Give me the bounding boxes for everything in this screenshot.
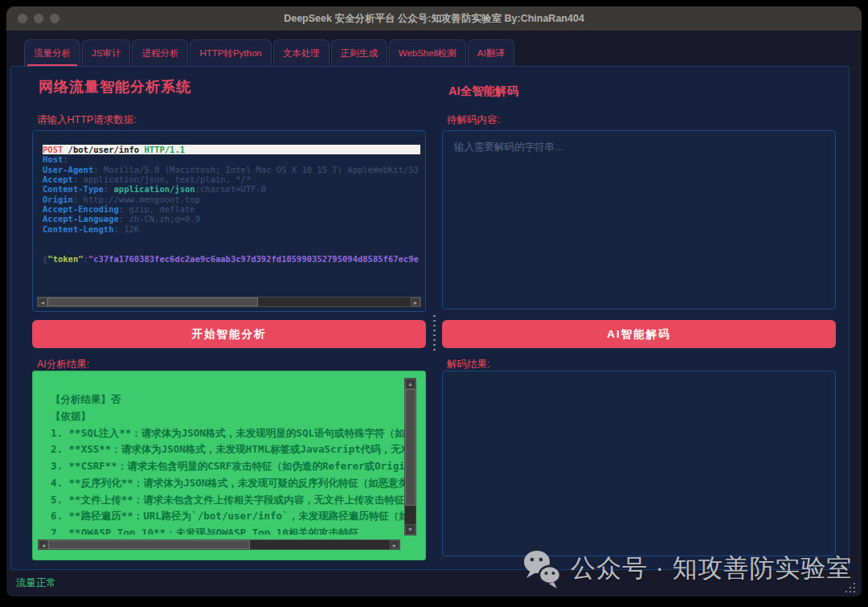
window-title: DeepSeek 安全分析平台 公众号:知攻善防实验室 By:ChinaRan4… [6, 6, 862, 31]
tab-HTTP转Python[interactable]: HTTP转Python [190, 39, 271, 66]
decode-input-box [442, 130, 836, 310]
left-panel-title: 网络流量智能分析系统 [39, 77, 191, 96]
resize-grip[interactable] [844, 581, 857, 594]
result-line: 2. **XSS**：请求体为JSON格式，未发现HTML标签或JavaScri… [51, 441, 404, 458]
right-panel-title: AI全智能解码 [448, 84, 518, 99]
scroll-up-icon[interactable]: ▲ [405, 379, 416, 389]
start-analysis-button[interactable]: 开始智能分析 [32, 320, 426, 348]
decode-result-label: 解码结果: [447, 358, 489, 371]
result-vertical-scrollbar[interactable]: ▲ ▼ [404, 378, 416, 535]
scrollbar-thumb[interactable] [405, 389, 416, 506]
decode-input[interactable] [443, 131, 835, 309]
tab-bar: 流量分析JS审计进程分析HTTP转Python文本处理正则生成WebShell检… [24, 39, 514, 66]
decode-input-label: 待解码内容: [447, 113, 500, 127]
scroll-down-icon[interactable]: ▼ [405, 524, 416, 535]
scroll-right-icon[interactable]: ► [390, 540, 399, 549]
code-line: Accept-Language: zh-CN,zh;q=0.9 [43, 214, 420, 224]
app-window: DeepSeek 安全分析平台 公众号:知攻善防实验室 By:ChinaRan4… [6, 6, 862, 597]
result-line: 7. **OWASP Top 10**：未发现与OWASP Top 10相关的攻… [51, 525, 404, 535]
scrollbar-thumb[interactable] [48, 540, 250, 549]
analysis-result-label: AI分析结果: [37, 358, 89, 371]
result-line: 3. **CSRF**：请求未包含明显的CSRF攻击特征（如伪造的Referer… [51, 458, 404, 475]
request-horizontal-scrollbar[interactable]: ◄ ► [37, 297, 421, 307]
minimize-button[interactable] [34, 14, 43, 23]
tab-文本处理[interactable]: 文本处理 [273, 39, 330, 66]
tab-正则生成[interactable]: 正则生成 [331, 39, 387, 66]
code-line: Host: [43, 154, 420, 164]
code-line: Accept: application/json, text/plain, */… [43, 174, 420, 184]
result-line: 6. **路径遍历**：URL路径为`/bot/user/info`，未发现路径… [51, 508, 404, 525]
tab-AI翻译[interactable]: AI翻译 [468, 39, 514, 66]
result-line: 1. **SQL注入**：请求体为JSON格式，未发现明显的SQL语句或特殊字符… [51, 425, 404, 442]
result-line: 5. **文件上传**：请求未包含文件上传相关字段或内容，无文件上传攻击特征。 [51, 492, 404, 509]
code-line: User-Agent: Mozilla/5.0 (Macintosh; Inte… [43, 165, 420, 174]
scrollbar-thumb[interactable] [47, 297, 258, 306]
ai-decode-button[interactable]: AI智能解码 [442, 320, 836, 348]
code-line: Content-Length: 126 [43, 224, 420, 234]
code-line: {"token":"c37fa1760383fec6dc2ae9c6aab3c9… [43, 254, 420, 264]
title-bar[interactable]: DeepSeek 安全分析平台 公众号:知攻善防实验室 By:ChinaRan4… [6, 6, 862, 31]
code-line [43, 234, 420, 244]
wechat-icon [521, 547, 563, 590]
watermark-text: 公众号 · 知攻善防实验室 [571, 552, 853, 585]
http-request-code: POST /bot/user/info HTTP/1.1Host:User-Ag… [43, 145, 420, 292]
code-line: Accept-Encoding: gzip, deflate [43, 204, 420, 214]
code-line: Origin: http://www.mengooot.top [43, 195, 420, 204]
result-line: 【分析结果】否 [51, 392, 404, 408]
tab-JS审计[interactable]: JS审计 [82, 39, 130, 66]
tab-WebShell检测[interactable]: WebShell检测 [389, 39, 466, 66]
tab-进程分析[interactable]: 进程分析 [132, 39, 188, 66]
scroll-right-icon[interactable]: ► [411, 297, 420, 306]
scroll-left-icon[interactable]: ◄ [39, 540, 48, 549]
result-line: 4. **反序列化**：请求体为JSON格式，未发现可疑的反序列化特征（如恶意类… [51, 475, 404, 492]
maximize-button[interactable] [50, 14, 59, 23]
result-line: 【依据】 [51, 408, 404, 425]
http-request-input[interactable]: POST /bot/user/info HTTP/1.1Host:User-Ag… [32, 130, 426, 312]
status-text: 流量正常 [16, 576, 56, 590]
code-line: POST /bot/user/info HTTP/1.1 [43, 145, 420, 154]
code-line: Content-Type: application/json;charset=U… [43, 184, 420, 194]
http-input-label: 请输入HTTP请求数据: [37, 113, 137, 127]
watermark: 公众号 · 知攻善防实验室 [521, 547, 853, 590]
analysis-result-box[interactable]: 【分析结果】否【依据】1. **SQL注入**：请求体为JSON格式，未发现明显… [32, 371, 426, 560]
tab-流量分析[interactable]: 流量分析 [24, 39, 80, 66]
scroll-left-icon[interactable]: ◄ [38, 297, 47, 306]
analysis-result-text: 【分析结果】否【依据】1. **SQL注入**：请求体为JSON格式，未发现明显… [51, 392, 404, 535]
pane-divider-handle[interactable] [433, 315, 436, 351]
decode-result-box[interactable] [442, 371, 836, 556]
result-horizontal-scrollbar[interactable]: ◄ ► [38, 539, 400, 550]
traffic-lights [18, 14, 59, 23]
close-button[interactable] [18, 14, 27, 23]
code-line [43, 244, 420, 253]
